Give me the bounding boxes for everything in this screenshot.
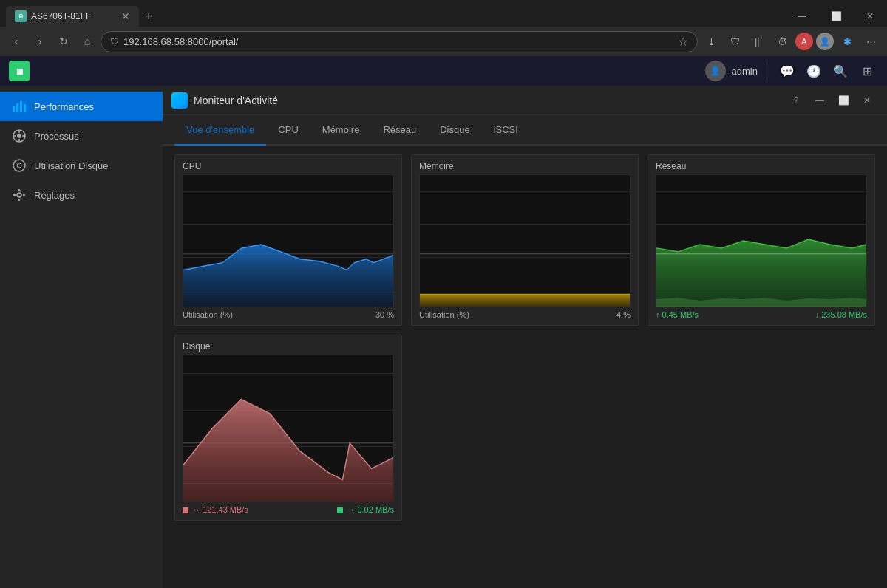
svg-rect-3 (24, 104, 26, 112)
reseau-chart-footer: ↑ 0.45 MB/s ↓ 235.08 MB/s (648, 307, 874, 325)
tab-close-button[interactable]: ✕ (121, 10, 130, 22)
browser-tab-bar: 🖥 AS6706T-81FF ✕ + — ⬜ ✕ (0, 0, 887, 27)
read-icon (183, 507, 188, 513)
app-icon (171, 92, 188, 109)
upload-arrow-icon: ↑ (656, 310, 662, 319)
notifications-button[interactable]: 🕐 (803, 60, 825, 82)
reseau-chart-graph (656, 174, 867, 307)
tabs-bar: Vue d'ensemble CPU Mémoire Réseau Disque… (163, 115, 887, 146)
processus-icon (12, 129, 27, 143)
reload-button[interactable]: ↻ (53, 31, 74, 52)
app-toolbar: ▦ 👤 admin 💬 🕐 🔍 ⊞ (0, 56, 887, 86)
arrow-icon: ↔ (192, 505, 203, 514)
tab-iscsi[interactable]: iSCSI (482, 115, 530, 146)
app-wrapper: Moniteur d'Activité ? — ⬜ ✕ Vue d'ensemb… (163, 86, 887, 588)
svg-rect-14 (178, 95, 181, 105)
sidebar-item-reglages[interactable]: Réglages (0, 180, 163, 210)
disque-chart-svg (183, 355, 393, 502)
disque-write-value: → 0.02 MB/s (337, 505, 394, 514)
memoire-footer-label: Utilisation (%) (419, 310, 469, 319)
app-layout: Performances Processus Utilisation Disqu… (0, 86, 887, 588)
browser-nav-bar: ‹ › ↻ ⌂ 🛡 192.168.68.58:8000/portal/ ☆ ⤓… (0, 27, 887, 56)
sidebar-item-processus[interactable]: Processus (0, 121, 163, 151)
security-icon: 🛡 (110, 36, 119, 47)
extensions2-button[interactable]: ✱ (837, 31, 857, 52)
browser-restore-button[interactable]: ⬜ (819, 3, 853, 30)
bookmark-button[interactable]: ☆ (678, 35, 688, 49)
sidebar-item-performances[interactable]: Performances (0, 92, 163, 121)
browser-close-button[interactable]: ✕ (853, 3, 887, 30)
tab-memoire[interactable]: Mémoire (310, 115, 372, 146)
performances-icon (12, 99, 27, 114)
tab-reseau[interactable]: Réseau (371, 115, 428, 146)
svg-marker-23 (656, 298, 866, 307)
cpu-footer-value: 30 % (375, 310, 394, 319)
svg-rect-1 (16, 103, 18, 112)
memoire-chart-svg (420, 175, 630, 307)
cpu-chart-panel: CPU (174, 154, 402, 326)
sidebar-item-utilisation-disque[interactable]: Utilisation Disque (0, 151, 163, 180)
cpu-footer-label: Utilisation (%) (183, 310, 233, 319)
write-icon (337, 507, 343, 513)
new-tab-button[interactable]: + (145, 9, 153, 24)
app-restore-button[interactable]: ⬜ (832, 90, 854, 111)
extensions-button[interactable]: ||| (748, 31, 769, 52)
arrow-icon2: → (347, 505, 357, 514)
svg-rect-19 (420, 294, 630, 307)
disque-chart-panel: Disque (174, 335, 402, 521)
svg-point-12 (17, 193, 21, 197)
charts-area: CPU (163, 146, 887, 588)
disque-read-value: ↔ 121.43 MB/s (183, 505, 248, 514)
menu-button[interactable]: ⋯ (860, 31, 881, 52)
disque-chart-footer: ↔ 121.43 MB/s → 0.02 MB/s (175, 502, 401, 520)
cpu-chart-svg (183, 175, 393, 307)
app-title: Moniteur d'Activité (194, 95, 785, 106)
grid-button[interactable]: ⊞ (856, 60, 878, 82)
search-button[interactable]: 🔍 (829, 60, 852, 82)
user-section: 👤 admin (705, 61, 758, 81)
profile-button[interactable]: A (795, 33, 813, 50)
svg-marker-25 (183, 399, 393, 502)
toolbar-actions: 💬 🕐 🔍 ⊞ (776, 60, 878, 82)
processus-label: Processus (34, 131, 79, 142)
performances-label: Performances (34, 101, 94, 112)
user-name: admin (732, 66, 758, 77)
svg-rect-2 (20, 101, 22, 112)
svg-point-10 (13, 160, 25, 171)
memoire-chart-title: Mémoire (412, 155, 638, 174)
reseau-chart-title: Réseau (648, 155, 874, 174)
tab-vue-densemble[interactable]: Vue d'ensemble (174, 115, 266, 146)
user-avatar: 👤 (705, 61, 726, 81)
cpu-chart-footer: Utilisation (%) 30 % (175, 307, 401, 325)
memoire-chart-panel: Mémoire (411, 154, 639, 326)
app-close-button[interactable]: ✕ (856, 90, 878, 111)
messages-button[interactable]: 💬 (776, 60, 798, 82)
forward-button[interactable]: › (30, 31, 50, 52)
bottom-charts-row: Disque (174, 335, 875, 521)
history-button[interactable]: ⏱ (772, 31, 792, 52)
profile2-button[interactable]: 👤 (816, 33, 834, 50)
svg-point-5 (17, 134, 21, 138)
browser-tab[interactable]: 🖥 AS6706T-81FF ✕ (6, 6, 139, 27)
downloads-button[interactable]: ⤓ (701, 31, 721, 52)
reseau-download-value: ↓ 235.08 MB/s (815, 310, 867, 319)
address-bar[interactable]: 🛡 192.168.68.58:8000/portal/ ☆ (101, 31, 698, 52)
svg-rect-13 (174, 98, 177, 105)
app-minimize-button[interactable]: — (809, 90, 831, 111)
tab-disque[interactable]: Disque (428, 115, 481, 146)
reseau-chart-panel: Réseau (648, 154, 875, 326)
tab-cpu[interactable]: CPU (266, 115, 310, 146)
app-help-button[interactable]: ? (785, 90, 807, 111)
sidebar: Performances Processus Utilisation Disqu… (0, 86, 163, 588)
memoire-footer-value: 4 % (616, 310, 631, 319)
svg-rect-15 (183, 97, 186, 105)
browser-minimize-button[interactable]: — (785, 3, 819, 30)
home-button[interactable]: ⌂ (77, 31, 98, 52)
svg-marker-21 (656, 239, 866, 307)
back-button[interactable]: ‹ (6, 31, 27, 52)
reseau-chart-svg (656, 175, 866, 307)
download-arrow-icon: ↓ (815, 310, 822, 319)
toolbar-divider (767, 62, 767, 80)
shields-button[interactable]: 🛡 (724, 31, 745, 52)
top-charts-row: CPU (174, 154, 875, 326)
